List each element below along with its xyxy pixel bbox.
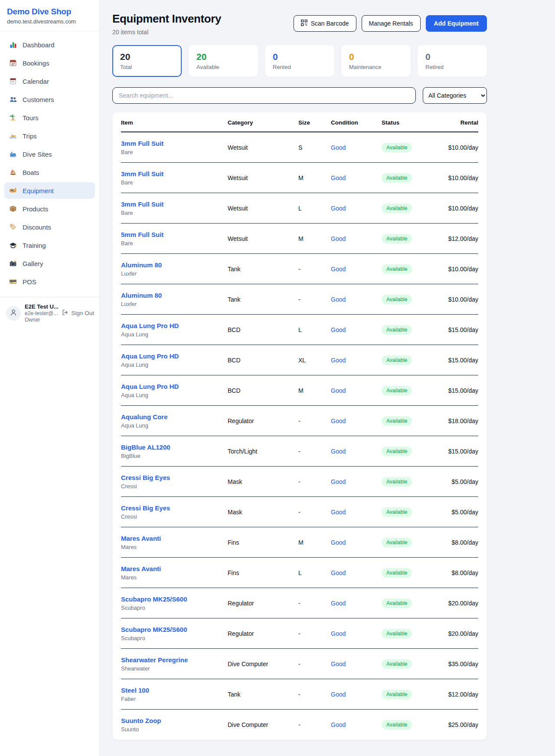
item-condition: Good — [331, 721, 382, 728]
stat-label: Retired — [425, 64, 479, 70]
stat-card-total[interactable]: 20 Total — [112, 45, 182, 77]
table-row[interactable]: Shearwater Peregrine Shearwater Dive Com… — [121, 649, 478, 679]
item-name-link[interactable]: 3mm Full Suit — [121, 201, 228, 208]
item-name-link[interactable]: Scubapro MK25/S600 — [121, 595, 228, 603]
table-row[interactable]: Aqua Lung Pro HD Aqua Lung BCD L Good Av… — [121, 315, 478, 345]
item-name-link[interactable]: Suunto Zoop — [121, 717, 228, 724]
item-name-link[interactable]: Mares Avanti — [121, 565, 228, 572]
item-rental-rate: $5.00/day — [447, 509, 478, 516]
person-icon — [9, 308, 18, 319]
item-condition: Good — [331, 448, 382, 455]
sidebar-item-tours[interactable]: Tours — [4, 109, 95, 126]
item-name-link[interactable]: Aqualung Core — [121, 413, 228, 421]
item-name-link[interactable]: Aluminum 80 — [121, 292, 228, 299]
sidebar-item-discounts[interactable]: Discounts — [4, 219, 95, 235]
table-row[interactable]: Scubapro MK25/S600 Scubapro Regulator - … — [121, 588, 478, 618]
sidebar-item-boats[interactable]: Boats — [4, 164, 95, 181]
stat-card-rented[interactable]: 0 Rented — [265, 45, 334, 77]
search-input[interactable] — [112, 87, 416, 104]
item-name-link[interactable]: 3mm Full Suit — [121, 140, 228, 147]
item-name-link[interactable]: Shearwater Peregrine — [121, 656, 228, 664]
status-badge: Available — [382, 295, 412, 304]
sidebar-item-customers[interactable]: Customers — [4, 91, 95, 108]
sign-out-button[interactable]: Sign Out — [62, 309, 94, 317]
status-badge: Available — [382, 416, 412, 426]
sidebar-item-bookings[interactable]: 17 Bookings — [4, 55, 95, 71]
table-row[interactable]: Steel 100 Faber Tank - Good Available $1… — [121, 679, 478, 710]
table-row[interactable]: Suunto Zoop Suunto Dive Computer - Good … — [121, 710, 478, 740]
table-row[interactable]: Aqualung Core Aqua Lung Regulator - Good… — [121, 406, 478, 436]
sidebar-item-products[interactable]: Products — [4, 201, 95, 217]
category-select[interactable]: All Categories — [423, 87, 487, 104]
item-name-link[interactable]: Aluminum 80 — [121, 261, 228, 269]
table-row[interactable]: BigBlue AL1200 BigBlue Torch/Light - Goo… — [121, 436, 478, 467]
item-name-link[interactable]: Cressi Big Eyes — [121, 504, 228, 512]
item-name-link[interactable]: 5mm Full Suit — [121, 231, 228, 238]
item-brand: Aqua Lung — [121, 362, 228, 368]
item-brand: Shearwater — [121, 665, 228, 672]
table-row[interactable]: 3mm Full Suit Bare Wetsuit M Good Availa… — [121, 163, 478, 193]
brand-name[interactable]: Demo Dive Shop — [7, 7, 92, 16]
sidebar-item-training[interactable]: Training — [4, 237, 95, 253]
column-header-category: Category — [228, 119, 298, 126]
add-equipment-button[interactable]: Add Equipment — [426, 15, 487, 32]
table-row[interactable]: 3mm Full Suit Bare Wetsuit S Good Availa… — [121, 132, 478, 163]
table-row[interactable]: 5mm Full Suit Bare Wetsuit M Good Availa… — [121, 224, 478, 254]
stat-card-retired[interactable]: 0 Retired — [418, 45, 487, 77]
status-badge: Available — [382, 234, 412, 243]
table-row[interactable]: Cressi Big Eyes Cressi Mask - Good Avail… — [121, 467, 478, 497]
item-rental-rate: $15.00/day — [447, 387, 478, 394]
item-name-link[interactable]: Aqua Lung Pro HD — [121, 383, 228, 390]
sidebar-item-gallery[interactable]: Gallery — [4, 255, 95, 272]
sidebar-item-dashboard[interactable]: Dashboard — [4, 36, 95, 53]
table-row[interactable]: Aluminum 80 Luxfer Tank - Good Available… — [121, 284, 478, 315]
item-size: S — [298, 144, 331, 151]
sidebar-item-pos[interactable]: POS — [4, 273, 95, 290]
sidebar-item-trips[interactable]: Trips — [4, 128, 95, 144]
item-size: - — [298, 448, 331, 455]
sidebar-item-label: Calendar — [23, 78, 49, 85]
sidebar-item-label: Dive Sites — [23, 151, 52, 158]
sidebar-item-dive-sites[interactable]: Dive Sites — [4, 146, 95, 162]
item-condition: Good — [331, 600, 382, 607]
logout-icon — [62, 309, 69, 317]
item-size: - — [298, 661, 331, 667]
stat-card-maintenance[interactable]: 0 Maintenance — [341, 45, 411, 77]
status-badge: Available — [382, 629, 412, 638]
item-name-link[interactable]: BigBlue AL1200 — [121, 444, 228, 451]
stat-label: Available — [196, 64, 250, 70]
table-body: 3mm Full Suit Bare Wetsuit S Good Availa… — [121, 132, 478, 740]
table-row[interactable]: Mares Avanti Mares Fins L Good Available… — [121, 558, 478, 588]
item-size: L — [298, 326, 331, 333]
sidebar-item-label: Discounts — [23, 224, 51, 231]
item-name-link[interactable]: Mares Avanti — [121, 535, 228, 542]
table-row[interactable]: Mares Avanti Mares Fins M Good Available… — [121, 527, 478, 558]
stat-card-available[interactable]: 20 Available — [189, 45, 258, 77]
item-brand: Aqua Lung — [121, 331, 228, 338]
table-row[interactable]: Cressi Big Eyes Cressi Mask - Good Avail… — [121, 497, 478, 527]
item-name-link[interactable]: Scubapro MK25/S600 — [121, 626, 228, 633]
table-row[interactable]: Scubapro MK25/S600 Scubapro Regulator - … — [121, 618, 478, 649]
sidebar-item-calendar[interactable]: Calendar — [4, 73, 95, 89]
brand-domain: demo.test.divestreams.com — [7, 18, 92, 25]
svg-text:17: 17 — [11, 62, 15, 66]
bar-chart-icon — [9, 40, 17, 49]
user-role: Owner — [25, 317, 58, 323]
table-row[interactable]: Aqua Lung Pro HD Aqua Lung BCD M Good Av… — [121, 375, 478, 406]
item-name-link[interactable]: Cressi Big Eyes — [121, 474, 228, 481]
item-name-link[interactable]: Aqua Lung Pro HD — [121, 352, 228, 360]
item-name-link[interactable]: Steel 100 — [121, 687, 228, 694]
item-category: Mask — [228, 509, 298, 516]
item-condition: Good — [331, 144, 382, 151]
manage-rentals-button[interactable]: Manage Rentals — [362, 15, 421, 32]
item-name-link[interactable]: 3mm Full Suit — [121, 170, 228, 177]
sidebar-item-equipment[interactable]: Equipment — [4, 182, 95, 199]
table-row[interactable]: 3mm Full Suit Bare Wetsuit L Good Availa… — [121, 193, 478, 224]
scan-barcode-button[interactable]: Scan Barcode — [294, 15, 356, 32]
item-condition: Good — [331, 296, 382, 303]
item-name-link[interactable]: Aqua Lung Pro HD — [121, 322, 228, 329]
status-badge: Available — [382, 538, 412, 547]
table-row[interactable]: Aqua Lung Pro HD Aqua Lung BCD XL Good A… — [121, 345, 478, 375]
item-category: Regulator — [228, 630, 298, 637]
table-row[interactable]: Aluminum 80 Luxfer Tank - Good Available… — [121, 254, 478, 284]
